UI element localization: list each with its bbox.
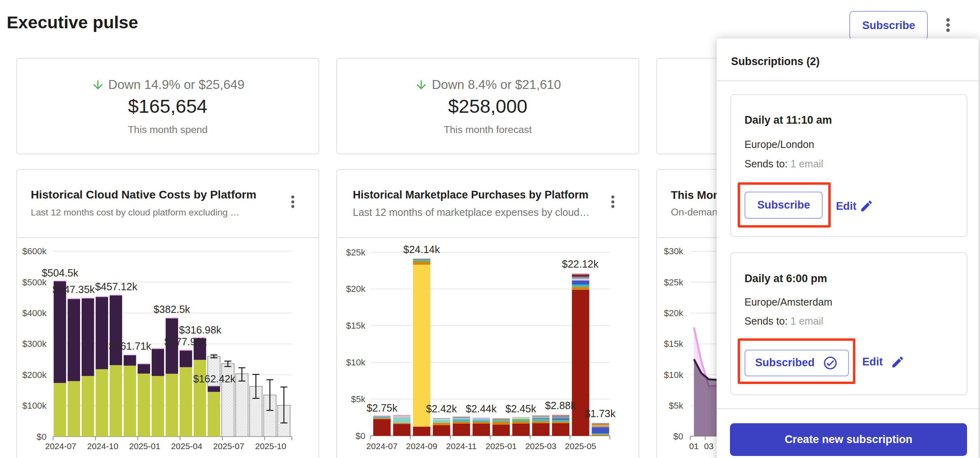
svg-text:2025-10: 2025-10 xyxy=(255,441,286,451)
svg-text:$261.71k: $261.71k xyxy=(109,340,151,352)
svg-text:$0: $0 xyxy=(673,431,683,441)
svg-text:$10k: $10k xyxy=(346,357,366,367)
svg-text:$24.14k: $24.14k xyxy=(403,244,440,255)
svg-text:2025-01: 2025-01 xyxy=(486,441,517,451)
svg-text:$162.42k: $162.42k xyxy=(193,373,235,384)
svg-text:$2.42k: $2.42k xyxy=(426,403,457,414)
svg-text:01: 01 xyxy=(689,441,698,451)
svg-text:2025-05: 2025-05 xyxy=(565,441,596,451)
svg-text:$400k: $400k xyxy=(22,308,47,318)
svg-text:$15k: $15k xyxy=(664,339,684,349)
svg-text:$447.35k: $447.35k xyxy=(53,284,95,295)
svg-text:$25k: $25k xyxy=(664,277,684,287)
svg-text:$0: $0 xyxy=(37,432,47,442)
svg-text:$500k: $500k xyxy=(22,277,47,287)
svg-text:$600k: $600k xyxy=(22,246,47,256)
svg-text:2024-09: 2024-09 xyxy=(406,441,437,451)
svg-text:$2.45k: $2.45k xyxy=(505,403,537,414)
svg-text:2024-10: 2024-10 xyxy=(87,441,118,451)
svg-text:$100k: $100k xyxy=(22,401,47,411)
svg-text:2025-01: 2025-01 xyxy=(129,441,160,451)
svg-text:$25k: $25k xyxy=(346,247,366,257)
svg-text:$30k: $30k xyxy=(664,246,684,256)
svg-text:2024-07: 2024-07 xyxy=(366,441,397,451)
svg-text:$200k: $200k xyxy=(22,370,47,380)
svg-text:$300k: $300k xyxy=(22,339,47,349)
svg-text:$2.88k: $2.88k xyxy=(545,400,576,411)
svg-text:$504.5k: $504.5k xyxy=(42,267,78,279)
svg-text:$2.44k: $2.44k xyxy=(466,403,497,414)
svg-text:$0: $0 xyxy=(356,431,365,441)
svg-text:$20k: $20k xyxy=(346,284,366,294)
svg-text:$5k: $5k xyxy=(669,401,683,411)
svg-text:$5k: $5k xyxy=(351,394,366,404)
svg-text:2025-07: 2025-07 xyxy=(213,441,244,451)
svg-text:$10k: $10k xyxy=(664,370,684,380)
svg-text:$2.75k: $2.75k xyxy=(367,402,398,414)
svg-text:$316.98k: $316.98k xyxy=(179,324,222,336)
svg-text:$277.98k: $277.98k xyxy=(164,336,207,347)
svg-text:$382.5k: $382.5k xyxy=(153,304,190,315)
svg-text:$457.12k: $457.12k xyxy=(95,281,138,292)
svg-text:2024-11: 2024-11 xyxy=(446,441,477,451)
svg-text:$15k: $15k xyxy=(346,321,366,331)
svg-text:03: 03 xyxy=(704,441,713,451)
svg-text:2025-04: 2025-04 xyxy=(171,441,202,451)
svg-text:$1.73k: $1.73k xyxy=(585,408,616,419)
svg-text:2024-07: 2024-07 xyxy=(45,441,76,451)
svg-text:$20k: $20k xyxy=(664,308,684,318)
svg-text:$22.12k: $22.12k xyxy=(562,258,599,270)
svg-text:2025-03: 2025-03 xyxy=(525,441,556,451)
